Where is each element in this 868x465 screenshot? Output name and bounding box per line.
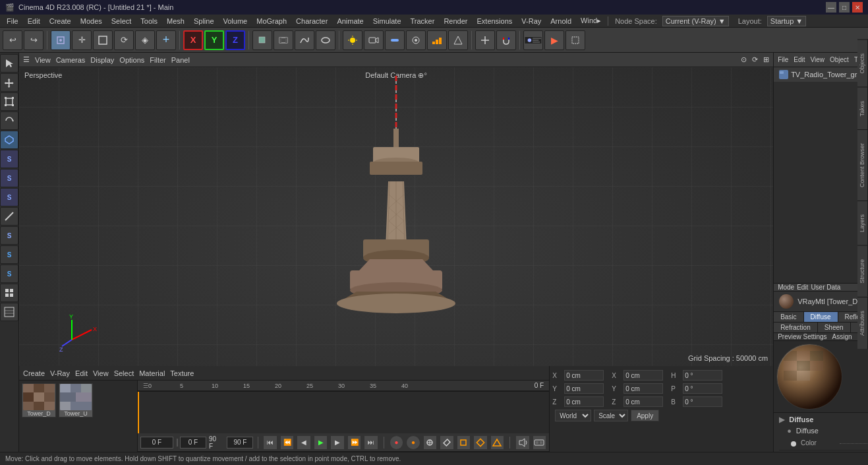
menu-render[interactable]: Render [440, 17, 471, 25]
motion-clip-btn[interactable] [533, 435, 546, 450]
mat-vray-menu[interactable]: V-Ray [50, 369, 70, 377]
sidebar-s5-btn[interactable]: S [0, 245, 18, 264]
current-frame-input[interactable] [180, 437, 206, 449]
coord-b-input[interactable] [683, 396, 722, 407]
viewport-3d[interactable]: Perspective Default Camera ⊕° Grid Spaci… [19, 67, 773, 366]
title-controls[interactable]: — □ ✕ [826, 2, 863, 13]
menu-tools[interactable]: Tools [136, 17, 161, 25]
transform-btn[interactable]: ◈ [135, 30, 155, 50]
preview-settings-label[interactable]: Preview Settings [778, 333, 826, 340]
menu-select[interactable]: Select [107, 17, 136, 25]
film-btn[interactable] [274, 30, 293, 50]
coord-z1-input[interactable] [564, 396, 604, 407]
tab-refraction[interactable]: Refraction [774, 323, 818, 332]
attr-edit-menu[interactable]: Edit [797, 284, 808, 291]
material-thumb-0[interactable]: Tower_D [22, 383, 56, 418]
vp-filter-menu[interactable]: Filter [150, 56, 165, 64]
audio-btn[interactable] [515, 435, 529, 450]
mat-material-menu[interactable]: Material [139, 369, 165, 377]
prev-key-btn[interactable]: ◀ [297, 435, 310, 450]
apply-btn[interactable]: Apply [631, 410, 659, 421]
coord-z2-input[interactable] [623, 396, 663, 407]
menu-create[interactable]: Create [45, 17, 75, 25]
tab-sheen[interactable]: Sheen [818, 323, 851, 332]
nurbs-btn[interactable] [316, 30, 335, 50]
vtab-layers[interactable]: Layers [857, 201, 868, 245]
sidebar-scale-btn[interactable] [0, 92, 18, 111]
move-btn[interactable]: ✛ [72, 30, 92, 50]
sidebar-select-btn[interactable] [0, 54, 18, 73]
sidebar-move-btn[interactable] [0, 73, 18, 92]
cube-btn[interactable] [252, 30, 272, 50]
mat-view-menu[interactable]: View [93, 369, 109, 377]
vp-cameras-menu[interactable]: Cameras [56, 56, 86, 64]
menu-character[interactable]: Character [292, 17, 332, 25]
vp-reset-btn[interactable]: ⟳ [752, 55, 758, 64]
menu-vray[interactable]: V-Ray [517, 17, 545, 25]
scale-btn[interactable] [93, 30, 113, 50]
coord-h-input[interactable] [683, 370, 722, 381]
minimize-btn[interactable]: — [826, 2, 836, 13]
camera-btn[interactable] [364, 30, 384, 50]
sidebar-grid-btn[interactable] [0, 284, 18, 302]
vp-display-menu[interactable]: Display [90, 56, 114, 64]
vtab-objects[interactable]: Objects [857, 40, 868, 87]
vtab-takes[interactable]: Takes [857, 87, 868, 130]
render-view-btn[interactable] [523, 30, 543, 50]
sidebar-s-btn[interactable]: S [0, 150, 18, 168]
z-axis-btn[interactable]: Z [225, 30, 245, 50]
goto-end-btn[interactable]: ⏭ [364, 435, 378, 450]
key-scale-btn[interactable] [490, 435, 504, 450]
key-sel-btn[interactable] [440, 435, 453, 450]
menu-mesh[interactable]: Mesh [163, 17, 188, 25]
menu-extensions[interactable]: Extensions [473, 17, 516, 25]
vtab-content-browser[interactable]: Content Browser [857, 129, 868, 201]
timeline-content[interactable] [138, 391, 549, 433]
vp-center-btn[interactable]: ⊙ [741, 55, 747, 64]
deformer-btn[interactable] [385, 30, 405, 50]
snap-btn[interactable] [475, 30, 495, 50]
maximize-btn[interactable]: □ [839, 2, 850, 13]
auto-key-btn[interactable]: ● [406, 435, 420, 450]
x-axis-btn[interactable]: X [183, 30, 203, 50]
obj-edit-menu[interactable]: Edit [794, 56, 805, 63]
light-btn[interactable] [343, 30, 362, 50]
sidebar-line-btn[interactable] [0, 207, 18, 226]
objects-item-tower[interactable]: TV_Radio_Tower_group [774, 67, 868, 82]
obj-object-menu[interactable]: Object [830, 56, 849, 63]
coord-y2-input[interactable] [623, 383, 663, 394]
goto-start-btn[interactable]: ⏮ [263, 435, 277, 450]
mat-texture-menu[interactable]: Texture [170, 369, 194, 377]
end-frame-input[interactable] [227, 437, 253, 449]
menu-spline[interactable]: Spline [190, 17, 218, 25]
menu-animate[interactable]: Animate [333, 17, 367, 25]
menu-arnold[interactable]: Arnold [546, 17, 575, 25]
y-axis-btn[interactable]: Y [204, 30, 224, 50]
coord-p-input[interactable] [683, 383, 722, 394]
mat-create-menu[interactable]: Create [23, 369, 45, 377]
obj-view-menu[interactable]: View [810, 56, 825, 63]
vtab-attributes[interactable]: Attributes [857, 297, 868, 349]
spline-btn[interactable] [295, 30, 314, 50]
sidebar-s4-btn[interactable]: S [0, 226, 18, 245]
menu-layout-val[interactable]: Startup ▼ [767, 16, 806, 26]
menu-edit[interactable]: Edit [24, 17, 44, 25]
obj-file-menu[interactable]: File [778, 56, 788, 63]
assign-btn[interactable]: Assign [832, 333, 852, 340]
prev-frame-btn[interactable]: ⏪ [280, 435, 294, 450]
magnet-btn[interactable] [496, 30, 516, 50]
tab-diffuse[interactable]: Diffuse [804, 312, 838, 322]
sidebar-rotate-btn[interactable] [0, 111, 18, 130]
coord-y1-input[interactable] [564, 383, 604, 394]
world-dropdown[interactable]: World Object [555, 410, 591, 421]
key-pos-btn[interactable] [457, 435, 471, 450]
fields-btn[interactable] [448, 30, 468, 50]
render-btn[interactable]: ▶ [544, 30, 564, 50]
menu-file[interactable]: File [3, 17, 22, 25]
menu-tracker[interactable]: Tracker [407, 17, 439, 25]
attr-mode-menu[interactable]: Mode [778, 284, 794, 291]
material-thumb-1[interactable]: Tower_U [59, 383, 93, 418]
vp-panel-menu[interactable]: Panel [171, 56, 190, 64]
sidebar-grid2-btn[interactable] [0, 303, 18, 321]
mat-select-menu[interactable]: Select [114, 369, 134, 377]
